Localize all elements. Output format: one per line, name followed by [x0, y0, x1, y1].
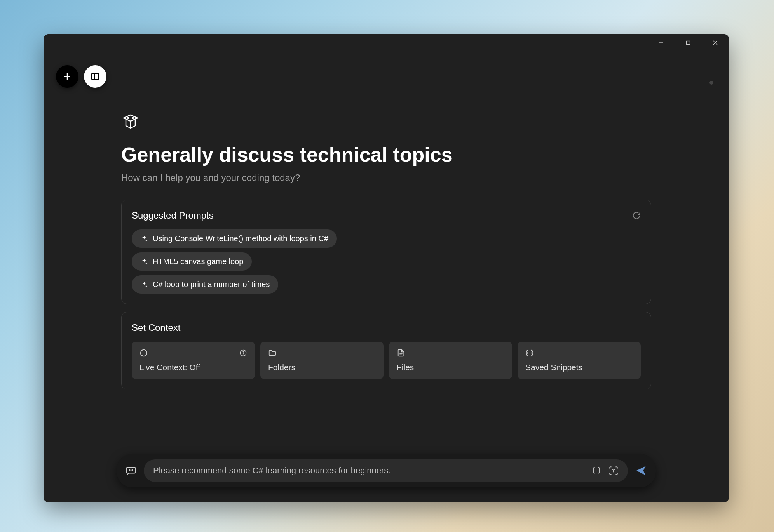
prompt-label: C# loop to print a number of times [153, 280, 270, 289]
send-button[interactable] [635, 464, 647, 477]
sidebar-toggle-button[interactable] [84, 65, 106, 88]
prompt-pill[interactable]: C# loop to print a number of times [132, 275, 278, 294]
prompt-pill[interactable]: Using Console WriteLine() method with lo… [132, 229, 337, 248]
svg-point-13 [243, 351, 244, 352]
svg-point-10 [141, 350, 147, 356]
page-title: Generally discuss technical topics [121, 143, 651, 166]
svg-point-9 [132, 118, 133, 118]
suggested-prompts-card: Suggested Prompts Using Console WriteLin… [121, 200, 651, 304]
close-button[interactable] [702, 34, 729, 51]
svg-point-8 [128, 118, 129, 118]
snippet-icon [525, 349, 534, 357]
context-grid: Live Context: Off Folders [132, 342, 641, 379]
folder-icon [268, 349, 277, 357]
top-action-buttons [56, 65, 106, 88]
set-context-title: Set Context [132, 322, 180, 333]
chat-input[interactable] [153, 466, 586, 476]
window-controls [647, 34, 729, 51]
circle-icon [139, 349, 148, 357]
status-dot [710, 81, 713, 85]
scan-icon [608, 466, 619, 476]
sparkle-icon [140, 235, 148, 243]
saved-snippets-button[interactable]: Saved Snippets [518, 342, 641, 379]
context-item-label: Live Context: Off [139, 363, 247, 372]
prompt-list: Using Console WriteLine() method with lo… [132, 229, 641, 294]
svg-rect-6 [92, 73, 99, 80]
refresh-button[interactable] [632, 211, 641, 220]
plus-icon [63, 72, 72, 81]
message-sparkle-icon [125, 465, 137, 476]
minimize-button[interactable] [647, 34, 675, 51]
files-button[interactable]: Files [389, 342, 512, 379]
chat-input-bar [117, 454, 656, 487]
svg-point-17 [129, 470, 130, 471]
scan-button[interactable] [608, 466, 619, 476]
suggested-prompts-title: Suggested Prompts [132, 210, 214, 221]
prompt-label: HTML5 canvas game loop [153, 257, 243, 266]
context-item-label: Folders [268, 363, 376, 372]
info-icon [239, 349, 247, 357]
folders-button[interactable]: Folders [260, 342, 384, 379]
maximize-button[interactable] [675, 34, 702, 51]
chat-input-wrapper [144, 459, 628, 482]
sparkle-icon [140, 281, 148, 289]
code-braces-button[interactable] [591, 466, 601, 476]
context-item-label: Saved Snippets [525, 363, 633, 372]
svg-point-18 [132, 470, 133, 471]
live-context-button[interactable]: Live Context: Off [132, 342, 255, 379]
new-chat-button[interactable] [56, 65, 78, 88]
suggestions-toggle-button[interactable] [125, 465, 137, 476]
svg-rect-1 [687, 41, 690, 45]
prompt-label: Using Console WriteLine() method with lo… [153, 234, 328, 243]
set-context-card: Set Context Live Context: Off [121, 312, 651, 389]
sidebar-icon [91, 72, 100, 81]
context-item-label: Files [397, 363, 504, 372]
sparkle-icon [140, 258, 148, 266]
code-braces-icon [591, 466, 601, 476]
send-icon [635, 464, 647, 477]
app-window: Generally discuss technical topics How c… [44, 34, 729, 502]
file-icon [397, 349, 405, 357]
page-subtitle: How can I help you and your coding today… [121, 172, 651, 183]
main-content: Generally discuss technical topics How c… [44, 34, 729, 502]
app-logo-icon [121, 113, 651, 132]
prompt-pill[interactable]: HTML5 canvas game loop [132, 252, 252, 271]
refresh-icon [632, 211, 641, 220]
svg-rect-16 [127, 467, 136, 473]
